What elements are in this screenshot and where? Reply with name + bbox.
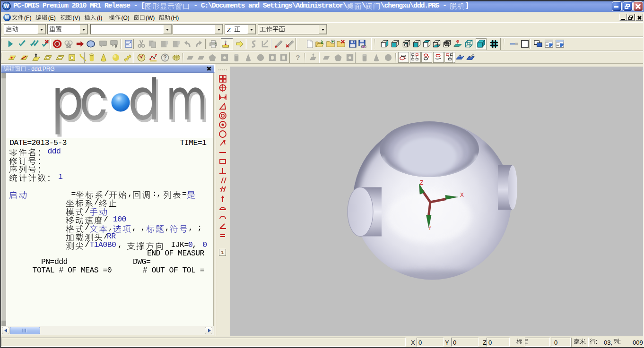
- svg-text:Y: Y: [428, 225, 432, 231]
- svg-text:Z: Z: [420, 179, 423, 186]
- svg-text:X: X: [460, 192, 464, 198]
- svg-text:?: ?: [296, 53, 300, 61]
- svg-text:?: ?: [164, 54, 167, 61]
